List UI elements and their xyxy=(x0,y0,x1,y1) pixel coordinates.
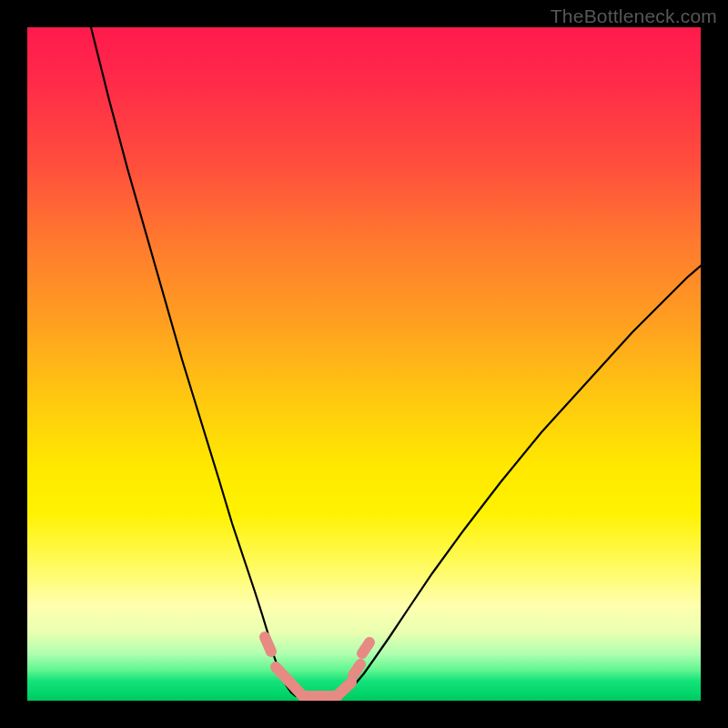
floor-segment xyxy=(353,664,360,675)
floor-segment xyxy=(362,642,369,653)
chart-curves-svg xyxy=(27,27,701,701)
right-curve xyxy=(341,266,701,696)
floor-segment xyxy=(265,637,271,652)
watermark-text: TheBottleneck.com xyxy=(551,5,717,27)
left-curve xyxy=(91,27,296,696)
floor-segment xyxy=(276,667,303,696)
floor-segments xyxy=(265,637,369,696)
floor-segment xyxy=(337,682,351,696)
